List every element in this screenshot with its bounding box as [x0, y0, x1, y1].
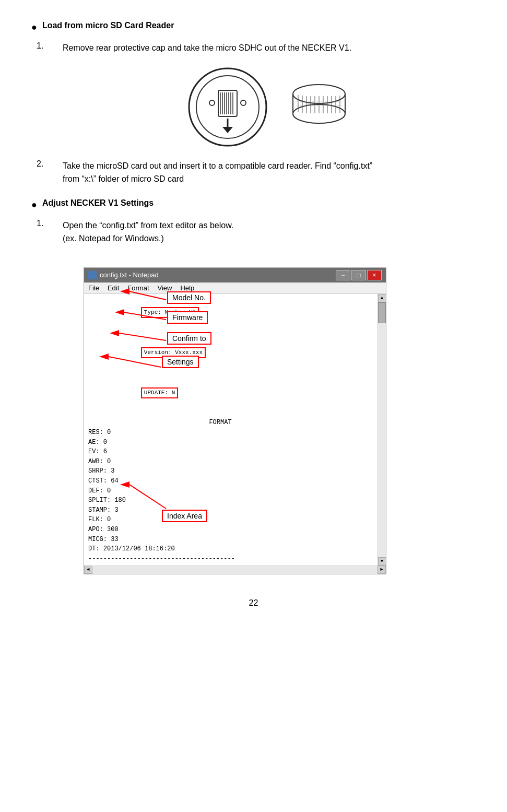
menu-file[interactable]: File [88, 284, 99, 292]
notepad-titlebar: config.txt - Notepad − □ × [84, 268, 386, 283]
model-no-label: Model No. [167, 291, 211, 304]
close-button[interactable]: × [367, 270, 382, 280]
step-2-text: Take the microSD card out and insert it … [63, 159, 372, 186]
notepad-wrapper: config.txt - Notepad − □ × File Edit For… [57, 259, 386, 583]
svg-marker-35 [110, 330, 119, 336]
config-line-micg: MICG: 33 [88, 535, 373, 545]
svg-marker-37 [99, 354, 109, 360]
config-line-blank3 [88, 408, 373, 418]
horizontal-scrollbar[interactable]: ◄ ► [84, 566, 386, 574]
device-image [57, 65, 476, 149]
settings-label: Settings [162, 356, 199, 368]
bullet-section-2: ● Adjust NECKER V1 Settings 1. Open the … [31, 198, 476, 583]
svg-line-40 [129, 485, 166, 509]
scrollbar-thumb[interactable] [378, 302, 386, 323]
config-line-shrp: SHRP: 3 [88, 466, 373, 476]
scroll-right-arrow[interactable]: ► [378, 566, 386, 574]
maximize-button[interactable]: □ [351, 270, 366, 280]
bullet-dot-2: ● [31, 199, 37, 210]
config-line-apo: APO: 300 [88, 525, 373, 535]
svg-marker-39 [120, 481, 129, 488]
scrollbar-track[interactable] [378, 302, 386, 557]
notepad-scrollbar[interactable]: ▲ ▼ [378, 294, 386, 566]
config-line-awb: AWB: 0 [88, 457, 373, 467]
step-3-text: Open the “config.txt” from text editor a… [63, 219, 233, 245]
config-line-blank4 [88, 563, 373, 566]
step-3-num: 1. [37, 219, 63, 245]
svg-line-32 [129, 291, 166, 300]
bullet-title-1: Load from micro SD Card Reader [42, 21, 174, 30]
step-3: 1. Open the “config.txt” from text edito… [37, 219, 476, 245]
svg-marker-13 [222, 127, 233, 133]
scroll-down-arrow[interactable]: ▼ [378, 557, 386, 566]
svg-point-0 [189, 68, 266, 146]
h-scroll-track[interactable] [92, 566, 378, 574]
svg-line-38 [109, 357, 161, 367]
svg-line-36 [119, 333, 166, 340]
titlebar-left: config.txt - Notepad [88, 271, 159, 279]
svg-marker-33 [115, 309, 124, 315]
step-2-num: 2. [37, 159, 63, 186]
bullet-heading-1: ● Load from micro SD Card Reader [31, 21, 476, 33]
notepad-title: config.txt - Notepad [100, 271, 159, 279]
minimize-button[interactable]: − [336, 270, 350, 280]
config-line-res: RES: 0 [88, 428, 373, 438]
step-2: 2. Take the microSD card out and insert … [37, 159, 476, 186]
menu-edit[interactable]: Edit [108, 284, 119, 292]
settings-arrow [99, 350, 167, 382]
index-area-label: Index Area [162, 510, 207, 522]
svg-rect-2 [218, 90, 237, 116]
scroll-up-arrow[interactable]: ▲ [378, 294, 386, 302]
bullet-title-2: Adjust NECKER V1 Settings [42, 198, 154, 208]
step-1-num: 1. [37, 41, 63, 55]
bullet-heading-2: ● Adjust NECKER V1 Settings [31, 198, 476, 210]
config-line-ev: EV: 6 [88, 447, 373, 457]
svg-marker-31 [120, 288, 129, 295]
notepad-app-icon [88, 271, 97, 279]
bullet-section-1: ● Load from micro SD Card Reader 1. Remo… [31, 21, 476, 186]
config-line-format: FORMAT [88, 418, 373, 428]
config-line-separator: --------------------------------------- [88, 554, 373, 564]
menu-help[interactable]: Help [180, 284, 194, 292]
page-number: 22 [31, 598, 476, 608]
svg-line-34 [124, 312, 166, 320]
step-1-text: Remove rear protective cap and take the … [63, 41, 351, 55]
config-line-ae: AE: 0 [88, 438, 373, 448]
config-line-dt: DT: 2013/12/06 18:16:20 [88, 544, 373, 554]
firmware-label: Firmware [167, 311, 208, 324]
step-1: 1. Remove rear protective cap and take t… [37, 41, 476, 55]
update-box: UPDATE: N [141, 387, 178, 398]
cap-image [290, 84, 348, 131]
config-line-update: UPDATE: N [88, 378, 373, 408]
confirm-to-label: Confirm to [167, 332, 211, 345]
scroll-left-arrow[interactable]: ◄ [84, 566, 92, 574]
bullet-dot-1: ● [31, 22, 37, 33]
camera-back-image [186, 65, 269, 149]
titlebar-buttons[interactable]: − □ × [336, 270, 382, 280]
svg-point-11 [241, 100, 246, 105]
svg-point-10 [209, 100, 215, 105]
confirm-to-arrow [110, 327, 172, 353]
